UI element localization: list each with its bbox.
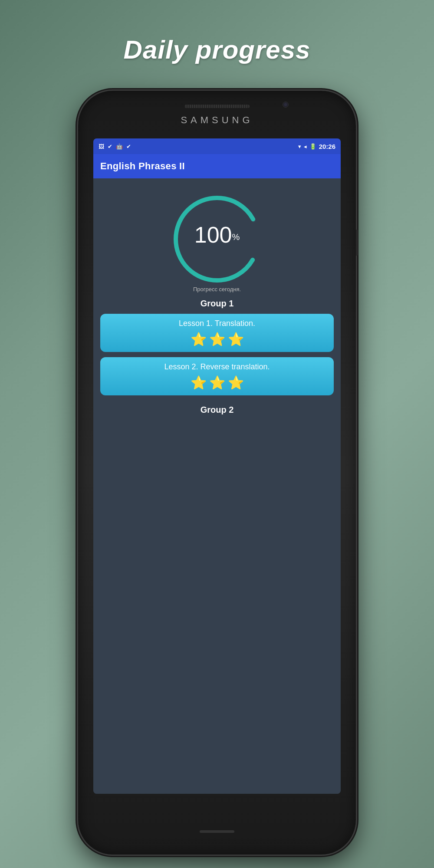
screen-content[interactable]: 100% Прогресс сегодня. Group 1 Lesson 1.… (93, 178, 341, 794)
lesson2-star1: ⭐ (191, 375, 207, 390)
status-bar: 🖼 ✔ 🤖 ✔ ▾ ◂ 🔋 20:26 (93, 138, 341, 154)
status-time: 20:26 (319, 143, 335, 150)
image-status-icon: 🖼 (99, 143, 104, 150)
home-button (200, 830, 234, 833)
lesson2-star3: ⭐ (228, 375, 244, 390)
battery-icon: 🔋 (309, 143, 316, 150)
phone-container: SAMSUNG 🖼 ✔ 🤖 ✔ ▾ ◂ 🔋 20:26 English Phra… (78, 91, 356, 855)
check1-status-icon: ✔ (108, 143, 112, 150)
lesson1-stars: ⭐ ⭐ ⭐ (191, 332, 244, 347)
app-bar-title: English Phrases II (100, 161, 185, 172)
check2-status-icon: ✔ (126, 143, 131, 150)
lesson1-card[interactable]: Lesson 1. Translation. ⭐ ⭐ ⭐ (100, 314, 334, 352)
wifi-icon: ▾ (298, 143, 301, 150)
signal-icon: ◂ (304, 143, 307, 150)
samsung-logo: SAMSUNG (181, 115, 253, 126)
lesson1-star2: ⭐ (209, 332, 225, 347)
volume-button (356, 230, 358, 256)
app-bar: English Phrases II (93, 154, 341, 178)
lesson2-title: Lesson 2. Reverse translation. (164, 362, 270, 372)
lesson1-star3: ⭐ (228, 332, 244, 347)
group1-title: Group 1 (201, 299, 234, 309)
progress-label: Прогресс сегодня. (193, 286, 241, 293)
speaker-grille (184, 105, 250, 108)
progress-number: 100 (194, 222, 232, 247)
status-icons-left: 🖼 ✔ 🤖 ✔ (99, 143, 131, 150)
front-camera (283, 102, 289, 108)
phone-screen: 🖼 ✔ 🤖 ✔ ▾ ◂ 🔋 20:26 English Phrases II (93, 138, 341, 794)
group2-title: Group 2 (201, 405, 234, 415)
android-status-icon: 🤖 (116, 143, 123, 150)
lesson1-title: Lesson 1. Translation. (179, 319, 255, 328)
status-right: ▾ ◂ 🔋 20:26 (298, 143, 335, 150)
lesson2-star2: ⭐ (209, 375, 225, 390)
lesson1-star1: ⭐ (191, 332, 207, 347)
lesson2-card[interactable]: Lesson 2. Reverse translation. ⭐ ⭐ ⭐ (100, 357, 334, 395)
progress-value: 100% (194, 224, 240, 246)
lesson2-stars: ⭐ ⭐ ⭐ (191, 375, 244, 390)
progress-ring-container: 100% (165, 187, 269, 283)
progress-percent-symbol: % (232, 232, 240, 242)
page-title: Daily progress (124, 35, 311, 65)
